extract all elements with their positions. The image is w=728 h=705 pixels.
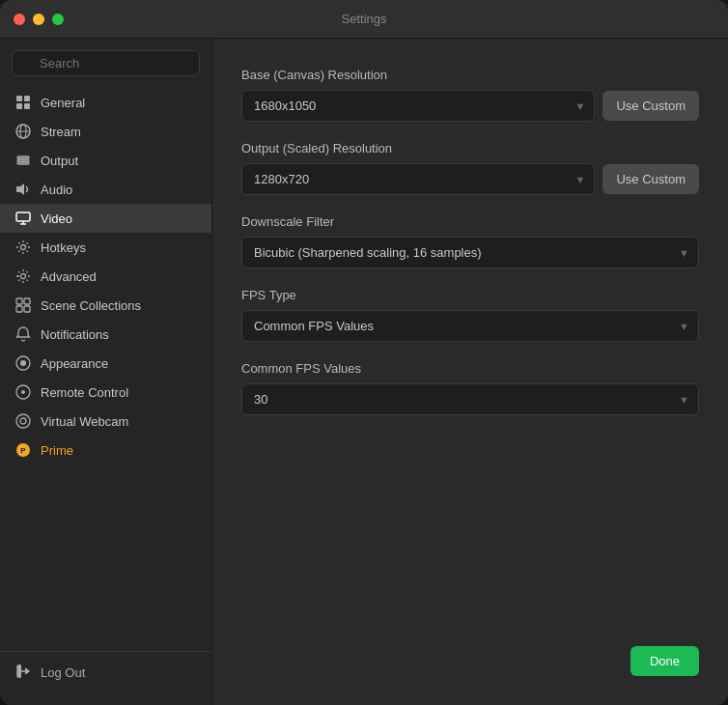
globe-icon — [15, 124, 31, 139]
sidebar-footer: Log Out — [0, 651, 211, 693]
video-settings-section: Base (Canvas) Resolution 1680x1050 1920x… — [241, 68, 699, 627]
sidebar-item-scene-collections[interactable]: Scene Collections — [0, 291, 211, 320]
sidebar-item-prime[interactable]: P Prime — [0, 436, 211, 465]
sidebar-item-appearance[interactable]: Appearance — [0, 349, 211, 378]
output-resolution-group: Output (Scaled) Resolution 1280x720 1920… — [241, 141, 699, 195]
common-fps-label: Common FPS Values — [241, 361, 699, 376]
svg-text:P: P — [20, 446, 26, 455]
sidebar-label-notifications: Notifications — [41, 327, 109, 342]
sidebar-label-advanced: Advanced — [41, 269, 97, 284]
sidebar-label-output: Output — [41, 154, 78, 168]
common-fps-group: Common FPS Values 30 60 24 25 48 50 120 — [241, 361, 699, 415]
svg-rect-20 — [24, 306, 30, 312]
output-resolution-use-custom-button[interactable]: Use Custom — [602, 164, 699, 194]
svg-rect-17 — [16, 298, 22, 304]
svg-rect-11 — [16, 212, 30, 221]
sidebar-item-stream[interactable]: Stream — [0, 117, 211, 146]
titlebar: Settings — [0, 0, 728, 39]
close-button[interactable] — [14, 14, 25, 25]
minimize-button[interactable] — [33, 14, 44, 25]
svg-rect-2 — [16, 103, 22, 109]
sidebar-item-remote-control[interactable]: Remote Control — [0, 378, 211, 407]
sidebar-nav: General Stream Output — [0, 88, 211, 651]
window-title: Settings — [342, 12, 387, 26]
output-resolution-select[interactable]: 1280x720 1920x1080 1680x1050 — [241, 163, 595, 195]
content-area: ⌕ General Stream — [0, 39, 728, 705]
svg-point-26 — [20, 418, 26, 424]
prime-icon: P — [15, 442, 31, 458]
fps-type-group: FPS Type Common FPS Values Integer FPS V… — [241, 288, 699, 342]
sidebar-label-appearance: Appearance — [41, 356, 108, 371]
sidebar-label-prime: Prime — [41, 443, 73, 458]
fps-type-select[interactable]: Common FPS Values Integer FPS Value Frac… — [241, 310, 699, 342]
search-container: ⌕ — [0, 50, 211, 88]
svg-marker-10 — [16, 183, 24, 195]
main-panel: Base (Canvas) Resolution 1680x1050 1920x… — [212, 39, 728, 705]
svg-rect-9 — [17, 156, 29, 158]
layers-icon — [15, 153, 31, 168]
sidebar-item-general[interactable]: General — [0, 88, 211, 117]
downscale-filter-label: Downscale Filter — [241, 214, 699, 229]
svg-rect-3 — [24, 103, 30, 109]
sidebar-item-notifications[interactable]: Notifications — [0, 320, 211, 349]
downscale-filter-group: Downscale Filter Bicubic (Sharpened scal… — [241, 214, 699, 268]
appearance-icon — [15, 355, 31, 371]
svg-point-24 — [21, 390, 25, 394]
settings-window: Settings ⌕ General — [0, 0, 728, 705]
output-resolution-dropdown-container: 1280x720 1920x1080 1680x1050 ▼ — [241, 163, 595, 195]
traffic-lights — [14, 14, 64, 25]
sidebar-item-hotkeys[interactable]: Hotkeys — [0, 233, 211, 262]
search-wrapper: ⌕ — [12, 50, 200, 76]
monitor-icon — [15, 211, 31, 226]
webcam-icon — [15, 413, 31, 429]
scenes-icon — [15, 297, 31, 313]
sidebar-item-audio[interactable]: Audio — [0, 175, 211, 204]
svg-rect-18 — [24, 298, 30, 304]
sidebar-label-audio: Audio — [41, 183, 72, 197]
sidebar-label-scene-collections: Scene Collections — [41, 298, 141, 313]
grid-icon — [15, 95, 31, 110]
downscale-filter-row: Bicubic (Sharpened scaling, 16 samples) … — [241, 237, 699, 268]
base-resolution-row: 1680x1050 1920x1080 1280x720 ▼ Use Custo… — [241, 90, 699, 122]
svg-point-16 — [17, 275, 19, 277]
svg-rect-1 — [24, 96, 30, 101]
sidebar-label-hotkeys: Hotkeys — [41, 240, 86, 255]
downscale-filter-dropdown-container: Bicubic (Sharpened scaling, 16 samples) … — [241, 237, 699, 268]
common-fps-select[interactable]: 30 60 24 25 48 50 120 — [241, 383, 699, 415]
fps-type-label: FPS Type — [241, 288, 699, 302]
output-resolution-row: 1280x720 1920x1080 1680x1050 ▼ Use Custo… — [241, 163, 699, 195]
sidebar-item-video[interactable]: Video — [0, 204, 211, 233]
maximize-button[interactable] — [52, 14, 64, 25]
sidebar-label-virtual-webcam: Virtual Webcam — [41, 414, 128, 429]
bell-icon — [15, 326, 31, 342]
common-fps-row: 30 60 24 25 48 50 120 ▼ — [241, 383, 699, 415]
base-resolution-group: Base (Canvas) Resolution 1680x1050 1920x… — [241, 68, 699, 122]
gear-icon — [15, 240, 31, 255]
base-resolution-label: Base (Canvas) Resolution — [241, 68, 699, 82]
sidebar-item-output[interactable]: Output — [0, 146, 211, 175]
sidebar-label-remote-control: Remote Control — [41, 385, 128, 400]
done-button[interactable]: Done — [630, 646, 699, 676]
logout-button[interactable]: Log Out — [15, 663, 196, 682]
remote-icon — [15, 384, 31, 400]
svg-point-15 — [21, 274, 26, 279]
downscale-filter-select[interactable]: Bicubic (Sharpened scaling, 16 samples) … — [241, 237, 699, 268]
svg-rect-8 — [17, 159, 29, 161]
search-input[interactable] — [12, 50, 200, 76]
sidebar-item-virtual-webcam[interactable]: Virtual Webcam — [0, 407, 211, 436]
logout-label: Log Out — [41, 665, 85, 680]
base-resolution-select[interactable]: 1680x1050 1920x1080 1280x720 — [241, 90, 595, 122]
svg-rect-0 — [16, 96, 22, 101]
logout-icon — [15, 663, 31, 682]
done-container: Done — [241, 627, 699, 676]
svg-rect-19 — [16, 306, 22, 312]
base-resolution-use-custom-button[interactable]: Use Custom — [602, 91, 699, 121]
fps-type-row: Common FPS Values Integer FPS Value Frac… — [241, 310, 699, 342]
svg-point-14 — [21, 245, 26, 250]
output-resolution-label: Output (Scaled) Resolution — [241, 141, 699, 155]
sidebar-item-advanced[interactable]: Advanced — [0, 262, 211, 291]
sidebar-label-general: General — [41, 96, 85, 110]
common-fps-dropdown-container: 30 60 24 25 48 50 120 ▼ — [241, 383, 699, 415]
svg-rect-7 — [17, 162, 29, 164]
sidebar-label-video: Video — [41, 212, 72, 226]
